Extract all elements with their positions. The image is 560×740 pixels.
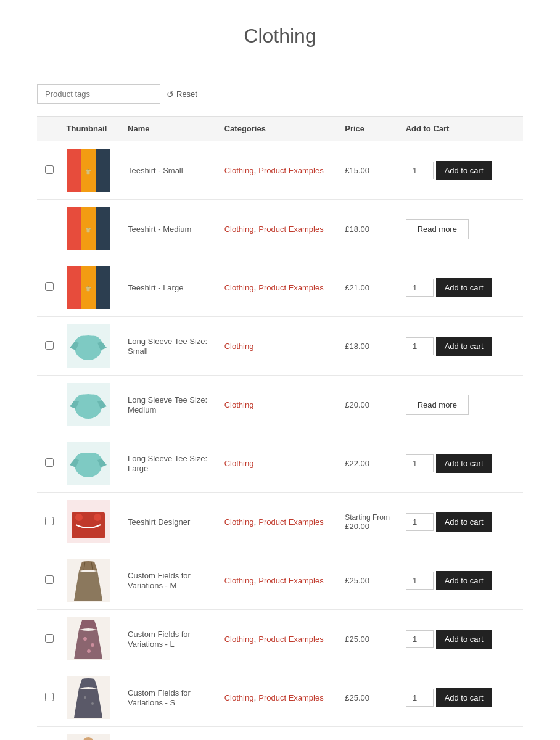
category-link[interactable]: Clothing <box>224 576 254 585</box>
row-checkbox-3[interactable] <box>45 282 54 291</box>
category-link[interactable]: Product Examples <box>258 693 324 702</box>
col-header-categories: Categories <box>220 117 340 141</box>
category-link[interactable]: Clothing <box>224 166 254 175</box>
col-header-price: Price <box>340 117 400 141</box>
cart-action-cell: Add to cart <box>401 258 523 317</box>
category-link[interactable]: Clothing <box>224 517 254 527</box>
product-name-cell: Teeshirt - Small <box>123 141 220 200</box>
table-header-row: Thumbnail Name Categories Price Add to C… <box>37 117 523 141</box>
product-name: Teeshirt Designer <box>128 517 190 527</box>
categories-cell: Clothing, Product Examples <box>220 493 340 551</box>
table-row: Teeshirt DesignerClothing, Product Examp… <box>37 493 523 551</box>
row-checkbox-10[interactable] <box>45 693 54 701</box>
product-name: Teeshirt - Medium <box>128 224 191 234</box>
product-thumbnail <box>67 734 110 740</box>
thumbnail-cell <box>62 376 123 434</box>
product-name: Long Sleeve Tee Size: Small <box>128 337 207 356</box>
row-checkbox-8[interactable] <box>45 575 54 584</box>
categories-cell: Clothing, Product Examples <box>220 668 340 727</box>
row-checkbox-1[interactable] <box>45 165 54 174</box>
read-more-button[interactable]: Read more <box>406 395 469 415</box>
category-link[interactable]: Product Examples <box>258 224 324 234</box>
quantity-input[interactable] <box>406 630 434 648</box>
cart-cell: Add to cart <box>406 161 518 180</box>
category-link[interactable]: Clothing <box>224 342 254 351</box>
read-more-button[interactable]: Read more <box>406 219 469 239</box>
add-to-cart-button[interactable]: Add to cart <box>436 630 492 649</box>
product-tags-input[interactable] <box>37 84 160 104</box>
price-cell: £18.00 <box>340 317 400 376</box>
cart-action-cell: Read more <box>401 376 523 434</box>
row-checkbox-9[interactable] <box>45 634 54 643</box>
cart-cell: Add to cart <box>406 630 518 649</box>
price-value: £20.00 <box>345 400 369 409</box>
checkbox-cell <box>37 376 62 434</box>
table-row: Complete the LookBuild Your Own, Clothin… <box>37 727 523 741</box>
thumbnail-cell <box>62 610 123 668</box>
row-checkbox-6[interactable] <box>45 458 54 467</box>
thumbnail-cell: 👕 <box>62 258 123 317</box>
table-row: Custom Fields for Variations - LClothing… <box>37 610 523 668</box>
category-link[interactable]: Product Examples <box>258 635 324 644</box>
thumbnail-cell <box>62 493 123 551</box>
cart-action-cell: Add to cart <box>401 317 523 376</box>
quantity-input[interactable] <box>406 513 434 531</box>
thumbnail-cell <box>62 551 123 610</box>
cart-action-cell: Add to cart <box>401 493 523 551</box>
category-link[interactable]: Product Examples <box>258 576 324 585</box>
categories-cell: Clothing, Product Examples <box>220 200 340 258</box>
checkbox-cell <box>37 493 62 551</box>
add-to-cart-button[interactable]: Add to cart <box>436 161 492 180</box>
table-row: 👕 Teeshirt - LargeClothing, Product Exam… <box>37 258 523 317</box>
price-value: £22.00 <box>345 459 369 468</box>
quantity-input[interactable] <box>406 279 434 297</box>
quantity-input[interactable] <box>406 337 434 355</box>
product-name-cell: Custom Fields for Variations - M <box>123 551 220 610</box>
table-row: Custom Fields for Variations - SClothing… <box>37 668 523 727</box>
quantity-input[interactable] <box>406 162 434 179</box>
category-link[interactable]: Clothing <box>224 459 254 468</box>
product-name-cell: Teeshirt - Medium <box>123 200 220 258</box>
product-name-cell: Long Sleeve Tee Size: Small <box>123 317 220 376</box>
row-checkbox-4[interactable] <box>45 341 54 350</box>
checkbox-cell <box>37 434 62 493</box>
add-to-cart-button[interactable]: Add to cart <box>436 454 492 473</box>
add-to-cart-button[interactable]: Add to cart <box>436 571 492 590</box>
price-value: £21.00 <box>345 283 369 292</box>
reset-button[interactable]: ↺ Reset <box>167 89 197 99</box>
add-to-cart-button[interactable]: Add to cart <box>436 278 492 297</box>
quantity-input[interactable] <box>406 689 434 707</box>
quantity-input[interactable] <box>406 572 434 590</box>
cart-cell: Add to cart <box>406 571 518 590</box>
category-link[interactable]: Product Examples <box>258 166 324 175</box>
category-link[interactable]: Product Examples <box>258 283 324 292</box>
svg-rect-11 <box>67 266 81 309</box>
quantity-input[interactable] <box>406 454 434 472</box>
category-link[interactable]: Clothing <box>224 283 254 292</box>
checkbox-cell <box>37 141 62 200</box>
filter-bar: ↺ Reset <box>37 84 523 104</box>
cart-action-cell: Read more <box>401 200 523 258</box>
add-to-cart-button[interactable]: Add to cart <box>436 337 492 356</box>
row-checkbox-7[interactable] <box>45 517 54 525</box>
add-to-cart-button[interactable]: Add to cart <box>436 688 492 707</box>
price-cell: £20.00 <box>340 376 400 434</box>
product-thumbnail: 👕 <box>67 207 110 250</box>
cart-cell: Add to cart <box>406 688 518 707</box>
checkbox-cell <box>37 200 62 258</box>
category-link[interactable]: Clothing <box>224 224 254 234</box>
checkbox-cell <box>37 258 62 317</box>
category-link[interactable]: Clothing <box>224 400 254 409</box>
products-table: Thumbnail Name Categories Price Add to C… <box>37 116 523 740</box>
price-from-label: Starting From <box>345 513 395 522</box>
add-to-cart-button[interactable]: Add to cart <box>436 512 492 532</box>
category-link[interactable]: Clothing <box>224 635 254 644</box>
cart-cell: Add to cart <box>406 278 518 297</box>
product-name-cell: Complete the Look <box>123 727 220 741</box>
price-cell: £21.00 <box>340 258 400 317</box>
category-link[interactable]: Product Examples <box>258 517 324 527</box>
product-name-cell: Custom Fields for Variations - L <box>123 610 220 668</box>
svg-point-24 <box>94 514 101 521</box>
category-link[interactable]: Clothing <box>224 693 254 702</box>
price-cell: Starting From£35.00 <box>340 727 400 741</box>
